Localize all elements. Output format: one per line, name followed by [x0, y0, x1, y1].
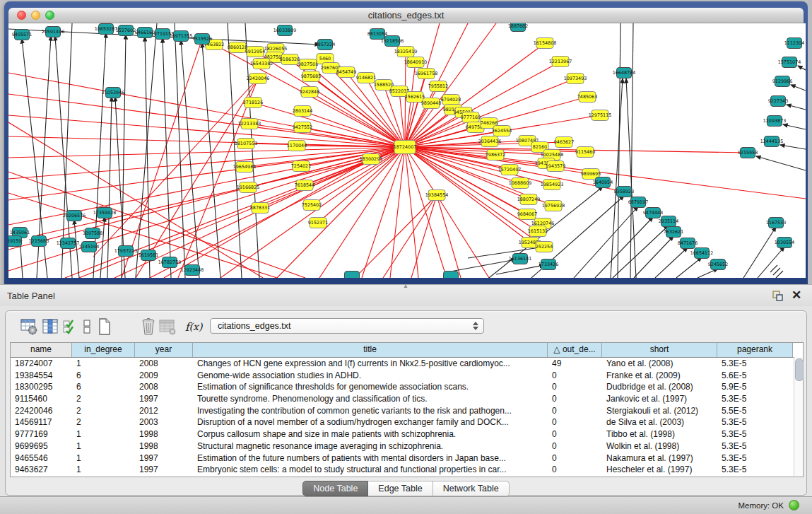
column-header-year[interactable]: year: [135, 343, 193, 357]
table-row[interactable]: 1456911722003Disruption of a novel membe…: [11, 416, 803, 428]
import-table-icon[interactable]: [158, 317, 177, 337]
table-row[interactable]: 969969511998Structural magnetic resonanc…: [11, 440, 803, 452]
table-cell: 6: [72, 381, 135, 393]
graph-edge[interactable]: [780, 145, 806, 149]
table-cell: 1998: [135, 428, 193, 440]
graph-edge[interactable]: [613, 226, 669, 278]
table-row[interactable]: 977716911998Corpus callosum shape and si…: [11, 428, 803, 440]
table-row[interactable]: 1938455462009Genome-wide association stu…: [11, 370, 803, 382]
graph-node-label: 9146821: [356, 75, 376, 81]
close-panel-icon[interactable]: ✕: [791, 289, 802, 302]
table-column-icon[interactable]: [40, 317, 60, 337]
table-cell: 14569117: [11, 416, 72, 428]
table-row[interactable]: 2242004622012Investigating the contribut…: [11, 405, 803, 417]
panel-resize-grip[interactable]: ▲: [401, 284, 410, 288]
graph-edge[interactable]: [776, 271, 783, 278]
graph-edge[interactable]: [405, 147, 418, 278]
graph-edge[interactable]: [634, 236, 673, 278]
graph-node-label: 1170044: [287, 143, 307, 148]
graph-edge[interactable]: [574, 206, 638, 278]
graph-edge[interactable]: [107, 97, 112, 278]
float-window-icon[interactable]: [772, 290, 784, 302]
table-row[interactable]: 911546021997Tourette syndrome. Phenomeno…: [11, 393, 803, 405]
graph-edge[interactable]: [310, 92, 405, 147]
graph-edge[interactable]: [383, 195, 437, 278]
graph-edge[interactable]: [405, 147, 530, 243]
graph-edge[interactable]: [175, 23, 185, 278]
tab-network-table[interactable]: Network Table: [433, 481, 510, 496]
graph-edge[interactable]: [676, 257, 702, 278]
graph-edge[interactable]: [611, 78, 623, 278]
graph-node-label: 16154808: [534, 40, 557, 46]
dropdown-stepper-icon: [472, 320, 479, 332]
graph-edge[interactable]: [773, 268, 780, 275]
graph-edge[interactable]: [798, 66, 806, 70]
column-header-title[interactable]: title: [193, 343, 548, 357]
graph-edge[interactable]: [355, 195, 437, 278]
graph-node-label: 12923448: [181, 267, 204, 273]
column-header-name[interactable]: name: [11, 343, 72, 357]
tab-edge-table[interactable]: Edge Table: [368, 481, 433, 496]
new-document-icon[interactable]: [95, 317, 114, 337]
window-titlebar[interactable]: citations_edges.txt: [8, 8, 804, 23]
graph-edge[interactable]: [405, 147, 552, 185]
row-height-icon[interactable]: [77, 317, 97, 337]
graph-node[interactable]: [345, 271, 360, 279]
tab-node-table[interactable]: Node Table: [302, 481, 368, 496]
table-scrollbar-thumb[interactable]: [795, 358, 804, 381]
table-row[interactable]: 946554611997Estimation of the future num…: [11, 452, 803, 465]
table-cell: 49: [548, 358, 602, 370]
table-cell: 2012: [135, 405, 193, 417]
graph-node-label: 10973493: [564, 76, 587, 81]
graph-edge[interactable]: [8, 147, 405, 271]
graph-node-label: 9215958: [738, 150, 758, 156]
table-cell: Estimation of the future numbers of pati…: [193, 452, 548, 465]
table-cell: 1997: [135, 393, 193, 405]
graph-edge[interactable]: [770, 265, 777, 272]
graph-edge[interactable]: [122, 35, 126, 278]
network-canvas[interactable]: 1872400774638228860128591295418226055982…: [8, 23, 806, 278]
column-header-out_de[interactable]: △ out_de...: [548, 343, 602, 357]
graph-edge[interactable]: [791, 85, 806, 90]
column-header-in_degree[interactable]: in_degree: [72, 343, 135, 357]
table-cell: Tibbo et al. (1998): [602, 428, 717, 440]
table-cell: 1997: [135, 452, 193, 465]
delete-table-icon[interactable]: [139, 317, 158, 337]
table-settings-icon[interactable]: [19, 317, 39, 337]
column-header-pagerank[interactable]: pagerank: [717, 343, 793, 357]
graph-edge[interactable]: [787, 105, 806, 110]
graph-edge[interactable]: [228, 23, 242, 278]
graph-edge[interactable]: [437, 195, 489, 278]
graph-node-label: 1435061: [10, 230, 30, 235]
graph-edge[interactable]: [437, 195, 461, 278]
graph-edge[interactable]: [756, 156, 806, 170]
table-scrollbar[interactable]: [794, 357, 803, 476]
graph-edge[interactable]: [8, 122, 263, 278]
graph-node[interactable]: [444, 271, 459, 279]
table-row[interactable]: 1830029562008Estimation of significance …: [11, 381, 803, 393]
graph-edge[interactable]: [136, 23, 157, 278]
graph-edge[interactable]: [253, 103, 405, 147]
graph-node-label: 16782759: [158, 259, 182, 265]
column-header-short[interactable]: short: [602, 343, 717, 357]
graph-edge[interactable]: [595, 217, 653, 278]
graph-node-label: 7632621: [664, 229, 683, 235]
window-scroll-gutter[interactable]: [808, 0, 812, 284]
graph-edge[interactable]: [783, 124, 806, 129]
graph-edge[interactable]: [743, 227, 776, 278]
graph-edge[interactable]: [8, 147, 405, 158]
table-cell: 5.3E-5: [717, 393, 793, 405]
table-row[interactable]: 1872400712008Changes of HCN gene express…: [11, 358, 803, 370]
network-view[interactable]: 1872400774638228860128591295418226055982…: [8, 23, 806, 278]
graph-edge[interactable]: [655, 247, 688, 278]
graph-node-label: 39159: [8, 238, 21, 244]
table-cell: 5.5E-5: [717, 405, 793, 417]
table-row[interactable]: 946362711997Embryonic stem cells: a mode…: [11, 464, 803, 476]
graph-node-label: 746266: [481, 120, 498, 126]
graph-node-label: 8186328: [280, 57, 300, 62]
graph-edge[interactable]: [302, 111, 405, 147]
function-builder-icon[interactable]: f(x): [182, 317, 205, 337]
table-select-dropdown[interactable]: citations_edges.txt: [210, 318, 484, 334]
graph-node-label: 19218506: [381, 38, 404, 44]
graph-edge[interactable]: [362, 147, 405, 278]
